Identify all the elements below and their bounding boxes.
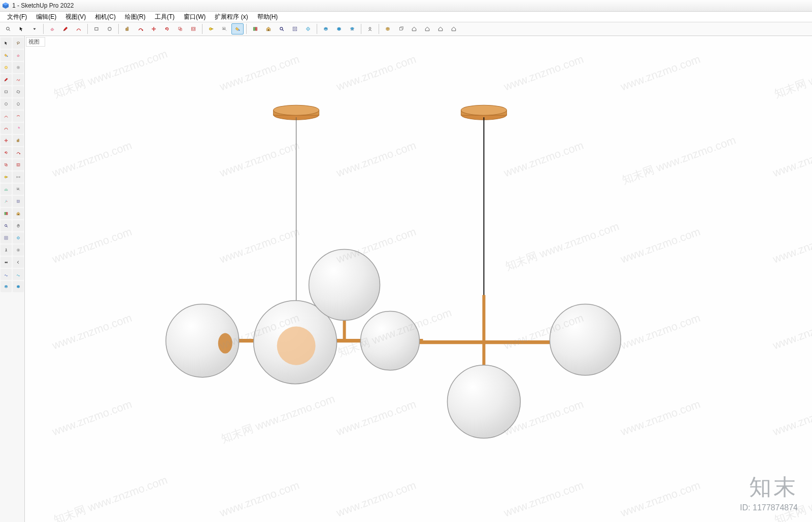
home-c-icon[interactable] (434, 23, 447, 34)
watermark: www.znzmo.com (51, 139, 134, 180)
offset-icon[interactable] (13, 159, 24, 170)
text-label-icon[interactable]: A1 (13, 184, 24, 195)
dimension-icon[interactable] (13, 171, 24, 183)
zoom-icon[interactable] (276, 23, 288, 34)
menu-edit[interactable]: 编辑(E) (32, 12, 60, 22)
warehouse-icon[interactable] (262, 23, 275, 34)
push-pull-icon[interactable] (121, 23, 133, 34)
zoom-extents-icon[interactable] (289, 23, 301, 34)
axes-icon[interactable] (1, 196, 12, 207)
text-label-icon[interactable]: A1 (218, 23, 230, 34)
pencil-icon[interactable] (59, 23, 72, 34)
svg-rect-24 (293, 27, 297, 31)
svg-point-29 (369, 27, 371, 29)
window-title: 1 - SketchUp Pro 2022 (12, 2, 74, 9)
freehand-icon[interactable] (13, 74, 24, 85)
toolbar-separator (379, 24, 379, 34)
walk-icon[interactable] (1, 245, 12, 256)
watermark: www.znzmo.com (619, 225, 702, 266)
svg-rect-18 (253, 27, 255, 30)
section-plane-icon[interactable] (13, 196, 24, 207)
arc-icon[interactable] (73, 23, 85, 34)
home-b-icon[interactable] (421, 23, 433, 34)
menu-window[interactable]: 窗口(W) (180, 12, 210, 22)
eraser-icon[interactable] (46, 23, 58, 34)
watermark: www.znzmo.com (502, 398, 586, 439)
warehouse-icon[interactable] (13, 208, 24, 219)
offset-icon[interactable] (187, 23, 199, 34)
pan-icon[interactable] (13, 220, 24, 231)
svg-rect-21 (268, 29, 269, 31)
tape-roll-icon[interactable] (13, 62, 24, 73)
sandbox-b-icon[interactable] (13, 269, 24, 280)
svg-point-5 (108, 27, 111, 30)
circle-icon[interactable] (1, 98, 12, 110)
rotate-icon[interactable] (1, 147, 12, 158)
menu-help[interactable]: 帮助(H) (253, 12, 282, 22)
mirror-icon[interactable] (249, 23, 261, 34)
user-icon[interactable] (364, 23, 376, 34)
menu-ext[interactable]: 扩展程序 (x) (211, 12, 252, 22)
zoom-extents-icon[interactable] (1, 232, 12, 243)
viewport[interactable]: 视图 (25, 36, 812, 522)
look-around-icon[interactable] (13, 245, 24, 256)
layers-c-icon[interactable] (346, 23, 358, 34)
svg-point-69 (6, 249, 7, 250)
circle-tool-icon[interactable] (1, 62, 12, 73)
follow-me-icon[interactable] (134, 23, 147, 34)
menu-camera[interactable]: 相机(C) (91, 12, 120, 22)
scale-icon[interactable] (174, 23, 186, 34)
layers-b-icon[interactable] (13, 281, 24, 292)
watermark: www.znzmo.com (619, 479, 702, 520)
orbit-icon[interactable] (302, 23, 314, 34)
menu-file[interactable]: 文件(F) (3, 12, 31, 22)
sandbox-a-icon[interactable] (1, 269, 12, 280)
previous-view-icon[interactable] (13, 257, 24, 268)
polygon-icon[interactable] (13, 98, 24, 110)
arc3-icon[interactable] (1, 123, 12, 134)
zoom-icon[interactable] (1, 220, 12, 231)
svg-point-94 (550, 304, 621, 375)
rectangle-icon[interactable] (1, 86, 12, 97)
eraser-icon[interactable] (13, 50, 24, 61)
box-icon[interactable] (382, 23, 394, 34)
svg-point-27 (307, 27, 309, 31)
position-camera-icon[interactable] (1, 257, 12, 268)
search-icon[interactable] (2, 23, 14, 34)
select-arrow-icon[interactable] (15, 23, 27, 34)
dropdown-arrow-icon[interactable] (28, 23, 41, 34)
tape-measure-icon[interactable] (205, 23, 217, 34)
move-icon[interactable] (1, 135, 12, 146)
layers-a-icon[interactable] (1, 281, 12, 292)
toolbar-separator (87, 24, 88, 34)
home-a-icon[interactable] (408, 23, 420, 34)
select-arrow-icon[interactable] (1, 38, 12, 49)
rectangle-icon[interactable] (90, 23, 103, 34)
home-d-icon[interactable] (448, 23, 460, 34)
orbit-icon[interactable] (13, 232, 24, 243)
arc1-icon[interactable] (1, 111, 12, 122)
pie-icon[interactable] (13, 123, 24, 134)
mirror-icon[interactable] (1, 208, 12, 219)
rotate-icon[interactable] (161, 23, 173, 34)
pencil-icon[interactable] (1, 74, 12, 85)
push-pull-icon[interactable] (13, 135, 24, 146)
paint-bucket-icon[interactable] (231, 23, 244, 34)
protractor-icon[interactable] (1, 184, 12, 195)
paint-bucket-icon[interactable] (1, 50, 12, 61)
scale-icon[interactable] (1, 159, 12, 170)
move-icon[interactable] (148, 23, 160, 34)
lasso-icon[interactable] (13, 38, 24, 49)
layers-a-icon[interactable] (320, 23, 332, 34)
menu-draw[interactable]: 绘图(R) (121, 12, 150, 22)
layers-b-icon[interactable] (333, 23, 345, 34)
rotated-rect-icon[interactable] (13, 86, 24, 97)
cube-icon[interactable] (395, 23, 407, 34)
follow-me-icon[interactable] (13, 147, 24, 158)
menu-view[interactable]: 视图(V) (61, 12, 90, 22)
tape-measure-icon[interactable] (1, 171, 12, 183)
svg-rect-47 (7, 177, 8, 178)
menu-tools[interactable]: 工具(T) (151, 12, 179, 22)
arc2-icon[interactable] (13, 111, 24, 122)
circle-icon[interactable] (104, 23, 116, 34)
